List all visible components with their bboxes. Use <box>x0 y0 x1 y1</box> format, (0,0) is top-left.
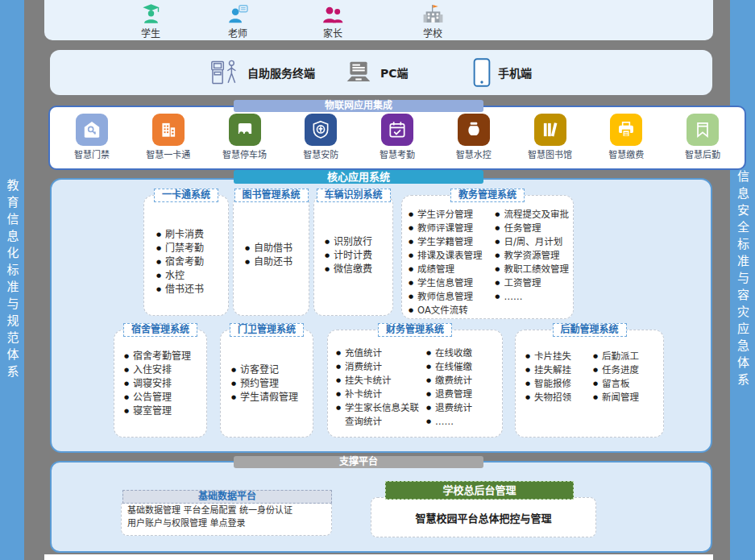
list-item-label: 寝室管理 <box>133 404 172 418</box>
list-item: ●新闻管理 <box>593 391 658 404</box>
user-student-label: 学生 <box>141 26 160 39</box>
sysbox-gate-list: ●访客登记●预约管理●学生请假管理 <box>221 330 313 437</box>
list-item: ●宿舍考勤管理 <box>124 350 206 363</box>
bullet-icon: ● <box>495 222 500 235</box>
list-item-label: 学生请假管理 <box>240 391 298 404</box>
payment-printer-icon <box>610 114 642 146</box>
user-teacher-label: 老师 <box>228 26 247 39</box>
list-item: ●访客登记 <box>231 363 313 377</box>
water-control-icon <box>458 114 490 146</box>
list-item: ●学生学籍管理 <box>409 235 495 249</box>
user-school-label: 学校 <box>423 26 442 39</box>
list-item-label: 调寝安排 <box>133 377 172 391</box>
bullet-icon: ● <box>325 263 330 276</box>
list-item-label: 学生家长信息关联查询统计 <box>345 401 426 428</box>
sysbox-academic-list-right: ●流程提交及审批●任务管理●日/周、月计划●教学资源管理●教职工绩效管理●工资管… <box>495 208 570 317</box>
iot-security: 智慧安防 <box>297 114 345 168</box>
list-item: ●失物招领 <box>525 391 593 404</box>
sysbox-academic: 教务管理系统 ●学生评分管理●教师评课管理●学生学籍管理●排课及课表管理●成绩管… <box>401 195 574 319</box>
list-item: ●门禁考勤 <box>156 242 228 255</box>
list-item-label: 教职工绩效管理 <box>504 263 569 276</box>
list-item: ●调寝安排 <box>124 377 206 391</box>
bullet-icon: ● <box>336 346 341 360</box>
right-security-text: 信息安全标准与容灾应急体系 <box>734 170 751 390</box>
iot-access-control: 智慧门禁 <box>68 114 116 168</box>
bullet-icon: ● <box>156 255 161 269</box>
sysbox-logistics-list-right: ●后勤派工●任务进度●留言板●新闻管理 <box>593 350 658 404</box>
list-item-label: 刷卡消费 <box>165 228 204 242</box>
list-item-label: 挂失解挂 <box>534 363 571 377</box>
core-systems-panel: 一卡通系统 ●刷卡消费●门禁考勤●宿舍考勤●水控●借书还书 图书管理系统 ●自助… <box>50 178 712 453</box>
list-item: ●在线催缴 <box>426 360 500 374</box>
list-item: ●学生家长信息关联查询统计 <box>336 401 426 428</box>
bullet-icon: ● <box>593 377 598 391</box>
bullet-icon: ● <box>156 269 161 283</box>
sysbox-finance: 财务管理系统 ●充值统计●消费统计●挂失卡统计●补卡统计●学生家长信息关联查询统… <box>327 330 503 438</box>
sysbox-finance-list-left: ●充值统计●消费统计●挂失卡统计●补卡统计●学生家长信息关联查询统计 <box>336 346 426 429</box>
list-item-label: 留言板 <box>602 377 630 391</box>
iot-payment: 智慧缴费 <box>602 114 650 168</box>
terminal-kiosk-label: 自助服务终端 <box>247 64 315 81</box>
list-item-label: 失物招领 <box>534 391 571 404</box>
bullet-icon: ● <box>336 388 341 401</box>
sysbox-logistics: 后勤管理系统 ●卡片挂失●挂失解挂●智能报修●失物招领 ●后勤派工●任务进度●留… <box>515 330 664 438</box>
list-item-label: 消费统计 <box>345 360 382 374</box>
bullet-icon: ● <box>325 249 330 263</box>
list-item: ●学生信息管理 <box>409 276 495 290</box>
list-item-label: 微信缴费 <box>334 263 372 276</box>
list-item: ●流程提交及审批 <box>495 208 570 222</box>
list-item-label: 在线收缴 <box>435 346 472 360</box>
kiosk-icon <box>209 57 240 88</box>
sysbox-academic-title: 教务管理系统 <box>450 189 525 202</box>
list-item: ●自助还书 <box>245 255 309 269</box>
iot-logistics: 智慧后勤 <box>678 114 727 168</box>
bullet-icon: ● <box>325 235 330 249</box>
iot-library: 智慧图书馆 <box>526 114 575 168</box>
iot-library-label: 智慧图书馆 <box>528 147 572 160</box>
list-item: ●补卡统计 <box>336 388 426 401</box>
list-item: ●留言板 <box>593 377 658 391</box>
bullet-icon: ● <box>409 290 413 304</box>
library-books-icon <box>534 114 566 146</box>
base-data-platform-body: 基础数据管理 平台全局配置 统一身份认证 用户账户与权限管理 单点登录 <box>121 500 332 536</box>
list-item-label: 计时计费 <box>334 249 372 263</box>
attendance-calendar-icon <box>381 114 413 146</box>
iot-security-label: 智慧安防 <box>303 147 338 160</box>
list-item-label: 排课及课表管理 <box>417 249 483 263</box>
list-item-label: 流程提交及审批 <box>504 208 569 222</box>
list-item-label: 学生学籍管理 <box>417 235 473 249</box>
list-item: ●任务进度 <box>593 363 658 377</box>
list-item-label: 挂失卡统计 <box>345 374 392 388</box>
bullet-icon: ● <box>495 290 500 304</box>
sysbox-logistics-title: 后勤管理系统 <box>552 323 626 337</box>
user-school: 学校 <box>404 3 461 39</box>
list-item-label: 教师评课管理 <box>417 222 473 235</box>
bullet-icon: ● <box>124 350 129 363</box>
support-section-header: 支撑平台 <box>234 456 483 468</box>
list-item: ●宿舍考勤 <box>156 255 228 269</box>
list-item-label: 预约管理 <box>240 377 279 391</box>
list-item: ●学生评分管理 <box>409 208 495 222</box>
iot-section-header: 物联网应用集成 <box>234 100 483 112</box>
bullet-icon: ● <box>409 304 413 317</box>
list-item: ●挂失卡统计 <box>336 374 426 388</box>
list-item-label: OA文件流转 <box>417 304 468 317</box>
right-security-bar: 信息安全标准与容灾应急体系 <box>730 0 755 560</box>
list-item: ●退费统计 <box>426 401 500 415</box>
list-item: ●公告管理 <box>124 391 206 404</box>
bullet-icon: ● <box>231 377 236 391</box>
school-icon <box>422 3 444 25</box>
sysbox-library: 图书管理系统 ●自助借书●自助还书 <box>233 195 309 316</box>
iot-parking-label: 智慧停车场 <box>222 147 267 160</box>
list-item-label: 工资管理 <box>504 276 541 290</box>
sysbox-logistics-list-left: ●卡片挂失●挂失解挂●智能报修●失物招领 <box>525 350 593 404</box>
bullet-icon: ● <box>336 401 341 415</box>
user-roles-panel: 学生 老师 家长 <box>44 0 713 40</box>
bullet-icon: ● <box>409 222 413 235</box>
list-item: ●排课及课表管理 <box>409 249 495 263</box>
bullet-icon: ● <box>426 415 431 429</box>
iot-logistics-label: 智慧后勤 <box>685 147 720 160</box>
bullet-icon: ● <box>495 263 500 276</box>
bullet-icon: ● <box>426 388 431 401</box>
list-item-label: 缴费统计 <box>435 374 472 388</box>
